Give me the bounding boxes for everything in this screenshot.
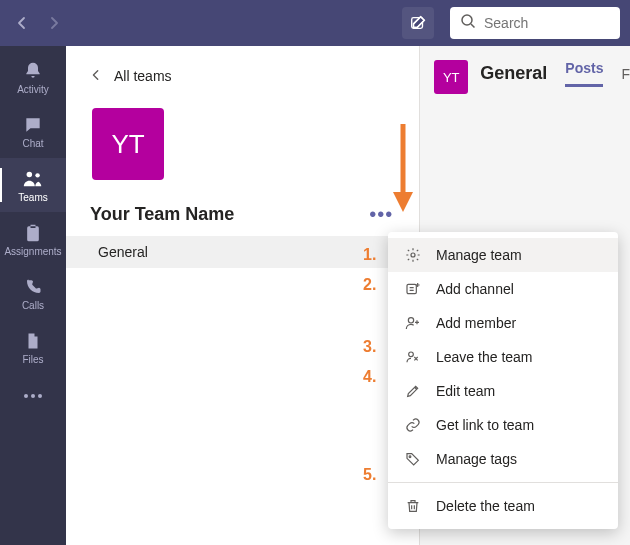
svg-point-11 <box>409 456 411 458</box>
title-bar <box>0 0 630 46</box>
chat-icon <box>23 114 43 136</box>
rail-files[interactable]: Files <box>0 320 66 374</box>
trash-icon <box>404 497 422 515</box>
menu-manage-team[interactable]: Manage team <box>388 238 618 272</box>
tab-files-partial[interactable]: F <box>621 66 630 82</box>
annotation-number-4: 4. <box>363 368 376 386</box>
add-member-icon <box>404 314 422 332</box>
rail-label: Activity <box>17 84 49 95</box>
svg-rect-8 <box>407 284 416 293</box>
teams-icon <box>22 168 44 190</box>
leave-icon <box>404 348 422 366</box>
rail-activity[interactable]: Activity <box>0 50 66 104</box>
rail-calls[interactable]: Calls <box>0 266 66 320</box>
bell-icon <box>23 60 43 82</box>
channel-title: General <box>480 63 547 84</box>
svg-point-10 <box>409 352 414 357</box>
rail-label: Chat <box>22 138 43 149</box>
tag-icon <box>404 450 422 468</box>
svg-point-3 <box>35 173 39 177</box>
channel-label: General <box>98 244 148 260</box>
menu-item-label: Leave the team <box>436 349 533 365</box>
phone-icon <box>24 276 42 298</box>
search-box[interactable] <box>450 7 620 39</box>
svg-point-5 <box>31 394 35 398</box>
annotation-number-5: 5. <box>363 466 376 484</box>
menu-add-member[interactable]: Add member <box>388 306 618 340</box>
rail-more-button[interactable] <box>0 376 66 416</box>
menu-item-label: Add channel <box>436 281 514 297</box>
compose-button[interactable] <box>402 7 434 39</box>
assignments-icon <box>23 222 43 244</box>
annotation-number-2: 2. <box>363 276 376 294</box>
tab-posts[interactable]: Posts <box>565 60 603 87</box>
rail-chat[interactable]: Chat <box>0 104 66 158</box>
channel-avatar: YT <box>434 60 468 94</box>
rail-teams[interactable]: Teams <box>0 158 66 212</box>
rail-label: Assignments <box>4 246 61 257</box>
team-name: Your Team Name <box>90 204 234 225</box>
menu-edit-team[interactable]: Edit team <box>388 374 618 408</box>
annotation-number-3: 3. <box>363 338 376 356</box>
menu-item-label: Add member <box>436 315 516 331</box>
svg-point-7 <box>411 253 415 257</box>
app-rail: Activity Chat Teams Assignments Calls <box>0 46 66 545</box>
svg-marker-13 <box>393 192 413 212</box>
svg-point-2 <box>27 171 32 177</box>
link-icon <box>404 416 422 434</box>
nav-forward-button[interactable] <box>42 11 66 35</box>
all-teams-link[interactable]: All teams <box>66 46 419 96</box>
search-icon <box>460 13 476 33</box>
menu-item-label: Get link to team <box>436 417 534 433</box>
rail-label: Teams <box>18 192 47 203</box>
menu-leave-team[interactable]: Leave the team <box>388 340 618 374</box>
menu-manage-tags[interactable]: Manage tags <box>388 442 618 476</box>
menu-item-label: Delete the team <box>436 498 535 514</box>
chevron-left-icon <box>90 68 102 84</box>
nav-back-button[interactable] <box>10 11 34 35</box>
svg-point-4 <box>24 394 28 398</box>
menu-item-label: Manage team <box>436 247 522 263</box>
add-channel-icon <box>404 280 422 298</box>
annotation-arrow <box>391 124 415 218</box>
gear-icon <box>404 246 422 264</box>
search-input[interactable] <box>484 15 610 31</box>
svg-point-1 <box>462 15 472 25</box>
team-context-menu: Manage team Add channel Add member Leave… <box>388 232 618 529</box>
menu-separator <box>388 482 618 483</box>
menu-item-label: Edit team <box>436 383 495 399</box>
pencil-icon <box>404 382 422 400</box>
annotation-number-1: 1. <box>363 246 376 264</box>
rail-label: Calls <box>22 300 44 311</box>
rail-assignments[interactable]: Assignments <box>0 212 66 266</box>
file-icon <box>24 330 42 352</box>
svg-point-6 <box>38 394 42 398</box>
all-teams-label: All teams <box>114 68 172 84</box>
team-avatar: YT <box>92 108 164 180</box>
svg-point-9 <box>408 318 413 323</box>
menu-item-label: Manage tags <box>436 451 517 467</box>
rail-label: Files <box>22 354 43 365</box>
menu-add-channel[interactable]: Add channel <box>388 272 618 306</box>
menu-get-link[interactable]: Get link to team <box>388 408 618 442</box>
menu-delete-team[interactable]: Delete the team <box>388 489 618 523</box>
